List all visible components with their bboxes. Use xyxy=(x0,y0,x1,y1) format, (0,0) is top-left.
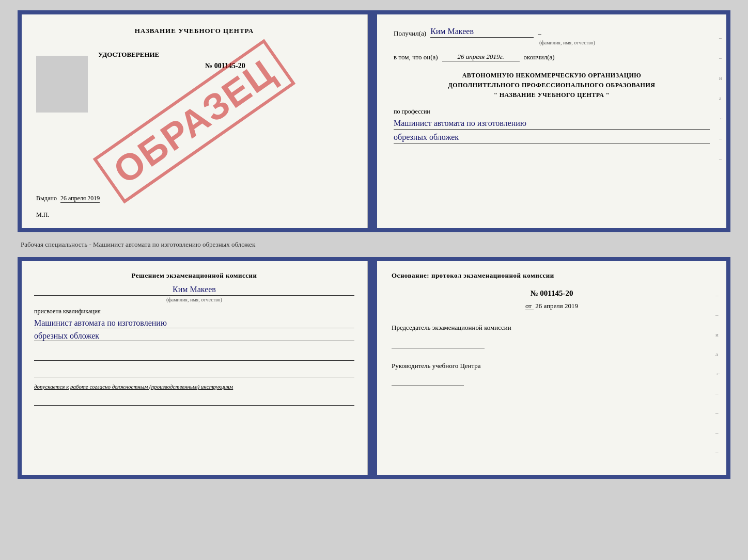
qual-label: присвоена квалификация xyxy=(34,308,354,315)
top-right-page: Получил(а) Ким Макеев – (фамилия, имя, о… xyxy=(377,14,726,228)
profession-line1: Машинист автомата по изготовлению xyxy=(394,119,710,130)
date-prefix: в том, что он(а) xyxy=(394,53,438,61)
bot-spine xyxy=(368,261,377,475)
director-label: Руководитель учебного Центра xyxy=(392,361,712,371)
org-line3: " НАЗВАНИЕ УЧЕБНОГО ЦЕНТРА " xyxy=(394,90,710,100)
sig-line-1 xyxy=(34,348,354,361)
issued-line: Выдано 26 апреля 2019 xyxy=(36,195,100,202)
received-label: Получил(а) xyxy=(394,29,426,38)
bot-person-subtitle: (фамилия, имя, отчество) xyxy=(34,295,354,302)
director-signature-line xyxy=(392,374,464,386)
basis-text: Основание: протокол экзаменационной коми… xyxy=(392,271,712,280)
bot-left-page: Решением экзаменационной комиссии Ким Ма… xyxy=(22,261,368,475)
profession-line2: обрезных обложек xyxy=(394,133,710,143)
side-dash-marks: – – и а ← – – – – xyxy=(715,292,721,455)
decision-text: Решением экзаменационной комиссии xyxy=(34,271,354,280)
qual-line1: Машинист автомата по изготовлению xyxy=(34,318,354,328)
issued-label: Выдано xyxy=(36,195,57,202)
recipient-name: Ким Макеев xyxy=(430,27,534,38)
sig-line-2 xyxy=(34,365,354,377)
protocol-date-val: 26 апреля 2019 xyxy=(535,302,578,310)
date-suffix: окончил(а) xyxy=(524,53,555,61)
cert-title: УДОСТОВЕРЕНИЕ xyxy=(98,51,352,59)
top-spine xyxy=(368,14,377,228)
protocol-num: № 001145-20 xyxy=(392,289,712,298)
bot-right-page: Основание: протокол экзаменационной коми… xyxy=(377,261,726,475)
qual-line2: обрезных обложек xyxy=(34,331,354,341)
org-block: АВТОНОМНУЮ НЕКОММЕРЧЕСКУЮ ОРГАНИЗАЦИЮ ДО… xyxy=(394,71,710,101)
final-line xyxy=(34,395,354,406)
top-left-page: НАЗВАНИЕ УЧЕБНОГО ЦЕНТРА УДОСТОВЕРЕНИЕ №… xyxy=(22,14,368,228)
profession-label: по профессии xyxy=(394,108,710,116)
mp-label: М.П. xyxy=(36,211,49,219)
fio-subtitle: (фамилия, имя, отчество) xyxy=(425,40,710,45)
protocol-date: от 26 апреля 2019 xyxy=(392,302,712,310)
dash-after-name: – xyxy=(538,29,541,38)
recipient-line: Получил(а) Ким Макеев – xyxy=(394,27,710,38)
org-line2: ДОПОЛНИТЕЛЬНОГО ПРОФЕССИОНАЛЬНОГО ОБРАЗО… xyxy=(394,81,710,90)
allow-text: допускается к работе согласно должностны… xyxy=(34,382,354,391)
org-line1: АВТОНОМНУЮ НЕКОММЕРЧЕСКУЮ ОРГАНИЗАЦИЮ xyxy=(394,71,710,81)
date-value: 26 апреля 2019г. xyxy=(442,53,520,61)
bottom-document: Решением экзаменационной комиссии Ким Ма… xyxy=(18,257,730,479)
date-from: от xyxy=(525,302,534,310)
chair-signature-line xyxy=(392,336,485,348)
top-document: НАЗВАНИЕ УЧЕБНОГО ЦЕНТРА УДОСТОВЕРЕНИЕ №… xyxy=(18,10,730,232)
cert-number: № 001145-20 xyxy=(98,62,352,70)
bot-person-name: Ким Макеев xyxy=(34,285,354,294)
sig-lines xyxy=(34,348,354,377)
commission-chair-label: Председатель экзаменационной комиссии xyxy=(392,323,712,333)
issued-date: 26 апреля 2019 xyxy=(60,195,100,203)
right-edge-marks: – – и а ← – – xyxy=(719,35,724,162)
photo-placeholder xyxy=(36,56,88,113)
between-label: Рабочая специальность - Машинист автомат… xyxy=(10,241,255,249)
allow-underline: работе согласно должностным (производств… xyxy=(70,383,233,390)
allow-prefix: допускается к xyxy=(34,383,69,390)
date-line: в том, что он(а) 26 апреля 2019г. окончи… xyxy=(394,53,710,61)
training-center-title: НАЗВАНИЕ УЧЕБНОГО ЦЕНТРА xyxy=(36,27,352,35)
cert-info: УДОСТОВЕРЕНИЕ № 001145-20 xyxy=(98,51,352,81)
